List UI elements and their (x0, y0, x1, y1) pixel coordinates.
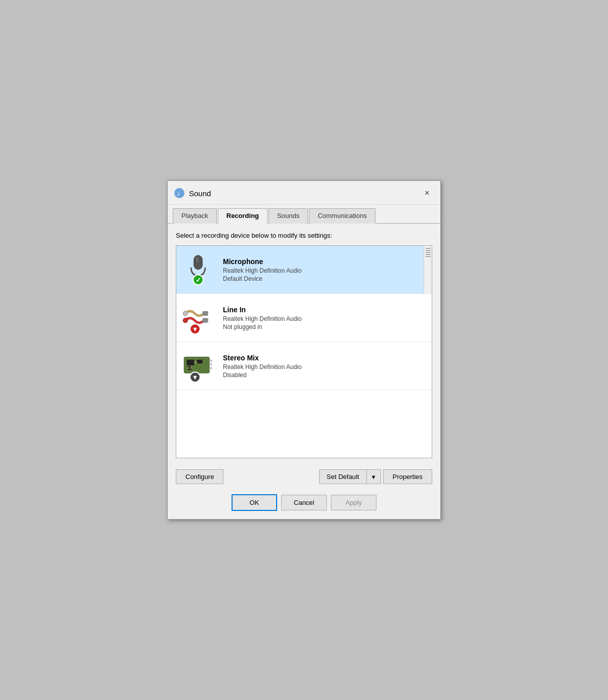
stereomix-status: Disabled (223, 372, 428, 379)
svg-rect-9 (203, 318, 208, 322)
svg-rect-5 (196, 257, 198, 262)
linein-name: Line In (223, 306, 428, 314)
device-item-stereomix[interactable]: ▼ Stereo Mix Realtek High Definition Aud… (176, 342, 432, 390)
microphone-driver: Realtek High Definition Audio (223, 267, 428, 274)
sound-title-icon: ♪ (174, 188, 185, 199)
tab-playback[interactable]: Playback (173, 208, 217, 224)
dialog-footer: OK Cancel Apply (168, 489, 440, 519)
bottom-buttons: Configure Set Default ▼ Properties (168, 464, 440, 489)
tab-description: Select a recording device below to modif… (176, 232, 432, 239)
stereomix-info: Stereo Mix Realtek High Definition Audio… (223, 354, 428, 379)
tab-content: Select a recording device below to modif… (168, 224, 440, 464)
scrollbar-indicator[interactable] (424, 246, 432, 293)
title-bar-left: ♪ Sound (174, 188, 211, 199)
tab-communications[interactable]: Communications (309, 208, 375, 224)
close-button[interactable]: × (420, 186, 434, 200)
device-item-linein[interactable]: ▼ Line In Realtek High Definition Audio … (176, 294, 432, 342)
apply-button[interactable]: Apply (331, 495, 376, 510)
cancel-button[interactable]: Cancel (281, 495, 327, 510)
svg-rect-8 (203, 311, 208, 315)
properties-button[interactable]: Properties (383, 469, 432, 484)
device-item-microphone[interactable]: ✓ Microphone Realtek High Definition Aud… (176, 246, 432, 294)
stereomix-name: Stereo Mix (223, 354, 428, 362)
tabs-container: Playback Recording Sounds Communications (168, 205, 440, 224)
linein-status: Not plugged in (223, 323, 428, 330)
device-list[interactable]: ✓ Microphone Realtek High Definition Aud… (176, 245, 432, 458)
svg-rect-19 (209, 367, 212, 369)
svg-point-6 (183, 311, 187, 315)
set-default-wrapper: Set Default ▼ (319, 469, 381, 484)
set-default-arrow-button[interactable]: ▼ (366, 469, 381, 484)
microphone-name: Microphone (223, 257, 428, 266)
svg-text:♪: ♪ (177, 190, 180, 197)
set-default-button[interactable]: Set Default (319, 469, 366, 484)
tab-recording[interactable]: Recording (218, 208, 268, 224)
right-button-group: Set Default ▼ Properties (319, 469, 432, 484)
window-title: Sound (189, 189, 211, 198)
ok-button[interactable]: OK (232, 494, 277, 511)
microphone-info: Microphone Realtek High Definition Audio… (223, 257, 428, 282)
stereomix-icon-wrapper: ▼ (180, 348, 216, 384)
microphone-icon-wrapper: ✓ (180, 252, 216, 287)
stereomix-status-badge: ▼ (189, 372, 201, 383)
stereomix-driver: Realtek High Definition Audio (223, 363, 428, 371)
microphone-status: Default Device (223, 275, 428, 282)
configure-button[interactable]: Configure (176, 469, 223, 484)
svg-rect-17 (209, 360, 212, 362)
svg-rect-2 (194, 255, 203, 270)
title-bar: ♪ Sound × (168, 181, 440, 205)
linein-info: Line In Realtek High Definition Audio No… (223, 306, 428, 330)
linein-icon-wrapper: ▼ (180, 300, 216, 336)
sound-dialog: ♪ Sound × Playback Recording Sounds Comm… (167, 180, 441, 520)
microphone-status-badge: ✓ (193, 274, 204, 285)
linein-status-badge: ▼ (189, 323, 201, 335)
svg-rect-12 (197, 360, 203, 363)
tab-sounds[interactable]: Sounds (269, 208, 308, 224)
svg-rect-11 (187, 360, 195, 365)
linein-driver: Realtek High Definition Audio (223, 315, 428, 322)
svg-point-7 (183, 318, 187, 322)
svg-rect-18 (209, 363, 212, 365)
